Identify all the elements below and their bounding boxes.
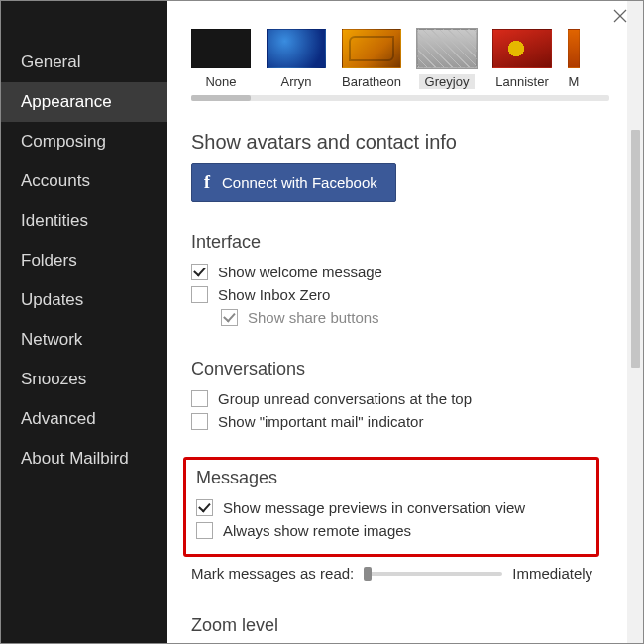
checkbox-important[interactable] xyxy=(191,413,208,430)
nav-updates[interactable]: Updates xyxy=(1,280,167,320)
checkbox-share-buttons[interactable] xyxy=(221,309,238,326)
scrollbar-thumb[interactable] xyxy=(631,130,640,368)
connect-facebook-button[interactable]: f Connect with Facebook xyxy=(191,163,396,202)
interface-section: Interface Show welcome message Show Inbo… xyxy=(191,232,609,329)
nav-general[interactable]: General xyxy=(1,43,167,82)
nav-snoozes[interactable]: Snoozes xyxy=(1,360,167,399)
theme-swatch-none xyxy=(191,29,251,68)
theme-label: Arryn xyxy=(280,74,311,89)
interface-title: Interface xyxy=(191,232,609,253)
close-icon xyxy=(613,9,627,23)
nav-identities[interactable]: Identities xyxy=(1,201,167,241)
theme-baratheon[interactable]: Baratheon xyxy=(342,29,401,89)
opt-remote-images-label: Always show remote images xyxy=(223,522,411,539)
nav-about[interactable]: About Mailbird xyxy=(1,439,167,479)
slider-thumb[interactable] xyxy=(364,567,372,581)
mark-read-slider[interactable] xyxy=(364,572,502,576)
mark-read-value: Immediately xyxy=(512,565,592,582)
conversations-title: Conversations xyxy=(191,359,609,379)
nav-accounts[interactable]: Accounts xyxy=(1,161,167,201)
zoom-title: Zoom level xyxy=(191,615,609,636)
opt-share-buttons-label: Show share buttons xyxy=(248,309,379,326)
nav-folders[interactable]: Folders xyxy=(1,241,167,280)
checkbox-remote-images[interactable] xyxy=(196,522,213,539)
close-button[interactable] xyxy=(613,9,633,29)
opt-inbox-zero-label: Show Inbox Zero xyxy=(218,286,330,303)
messages-title: Messages xyxy=(196,468,587,488)
settings-sidebar: General Appearance Composing Accounts Id… xyxy=(1,1,167,643)
theme-label: None xyxy=(205,74,236,89)
theme-swatch-lannister xyxy=(492,29,552,68)
opt-previews[interactable]: Show message previews in conversation vi… xyxy=(196,496,587,519)
theme-arryn[interactable]: Arryn xyxy=(267,29,326,89)
theme-swatch-baratheon xyxy=(342,29,401,68)
nav-advanced[interactable]: Advanced xyxy=(1,399,167,439)
opt-important-label: Show "important mail" indicator xyxy=(218,413,423,430)
checkbox-previews[interactable] xyxy=(196,499,213,516)
theme-label: Baratheon xyxy=(342,74,401,89)
avatars-section: Show avatars and contact info f Connect … xyxy=(191,131,609,202)
opt-remote-images[interactable]: Always show remote images xyxy=(196,519,587,542)
theme-next-partial[interactable]: M xyxy=(568,29,580,89)
opt-welcome[interactable]: Show welcome message xyxy=(191,261,609,283)
theme-none[interactable]: None xyxy=(191,29,251,89)
nav-network[interactable]: Network xyxy=(1,320,167,360)
nav-composing[interactable]: Composing xyxy=(1,122,167,161)
facebook-icon: f xyxy=(204,172,210,193)
opt-previews-label: Show message previews in conversation vi… xyxy=(223,499,525,516)
connect-facebook-label: Connect with Facebook xyxy=(222,174,377,191)
opt-welcome-label: Show welcome message xyxy=(218,264,382,280)
messages-highlight: Messages Show message previews in conver… xyxy=(183,457,599,557)
content-area: None Arryn Baratheon Greyjoy Lannister xyxy=(167,1,643,643)
theme-label: M xyxy=(569,74,580,89)
theme-label: Lannister xyxy=(495,74,548,89)
theme-swatch-greyjoy xyxy=(417,29,477,68)
appearance-panel: None Arryn Baratheon Greyjoy Lannister xyxy=(167,1,627,643)
avatars-title: Show avatars and contact info xyxy=(191,131,609,154)
opt-group-unread-label: Group unread conversations at the top xyxy=(218,390,472,407)
checkbox-group-unread[interactable] xyxy=(191,390,208,407)
settings-window: General Appearance Composing Accounts Id… xyxy=(0,0,644,644)
theme-picker: None Arryn Baratheon Greyjoy Lannister xyxy=(191,29,609,89)
theme-scrollbar[interactable] xyxy=(191,95,609,101)
theme-swatch-arryn xyxy=(267,29,326,68)
opt-important[interactable]: Show "important mail" indicator xyxy=(191,410,609,433)
mark-read-row: Mark messages as read: Immediately xyxy=(191,561,609,586)
zoom-section: Zoom level Email 100 % i Apps 100 % xyxy=(191,615,609,643)
theme-label: Greyjoy xyxy=(419,74,476,89)
opt-group-unread[interactable]: Group unread conversations at the top xyxy=(191,387,609,410)
checkbox-inbox-zero[interactable] xyxy=(191,286,208,303)
theme-lannister[interactable]: Lannister xyxy=(492,29,552,89)
opt-inbox-zero[interactable]: Show Inbox Zero xyxy=(191,283,609,306)
conversations-section: Conversations Group unread conversations… xyxy=(191,359,609,433)
checkbox-welcome[interactable] xyxy=(191,264,208,280)
theme-greyjoy[interactable]: Greyjoy xyxy=(417,29,477,89)
opt-share-buttons[interactable]: Show share buttons xyxy=(221,306,609,329)
theme-swatch-next xyxy=(568,29,580,68)
mark-read-label: Mark messages as read: xyxy=(191,565,354,582)
nav-appearance[interactable]: Appearance xyxy=(1,82,167,122)
vertical-scrollbar[interactable] xyxy=(627,1,643,643)
